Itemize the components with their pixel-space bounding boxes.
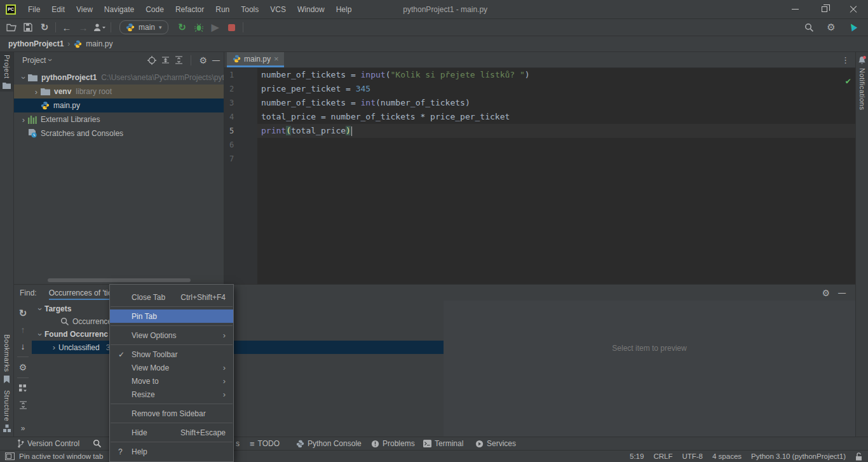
stripe-button-project[interactable]: Project: [0, 52, 13, 92]
profiler-button[interactable]: ▶: [207, 20, 224, 35]
debug-button[interactable]: [191, 20, 207, 35]
menu-code[interactable]: Code: [140, 0, 170, 19]
user-profile-button[interactable]: [92, 20, 108, 35]
tree-row-project-root[interactable]: › pythonProject1 C:\Users\aneta\PycharmP…: [14, 71, 224, 85]
menu-item-help[interactable]: ? Help: [110, 445, 233, 458]
find-settings-button[interactable]: ⚙: [14, 359, 32, 376]
chevron-collapsed-icon[interactable]: ›: [50, 343, 58, 351]
menu-item-show-toolbar[interactable]: ✓ Show Toolbar: [110, 348, 233, 361]
menu-item-pin-tab[interactable]: Pin Tab: [110, 309, 233, 323]
run-button[interactable]: ↻: [174, 20, 191, 35]
tab-main-py[interactable]: main.py ×: [227, 52, 284, 67]
gear-icon[interactable]: ⚙: [199, 55, 207, 65]
toolwindow-button-terminal[interactable]: Terminal: [423, 437, 463, 450]
ide-update-button[interactable]: [845, 20, 862, 35]
expand-collapse-button[interactable]: [14, 397, 32, 413]
menu-item-move-to[interactable]: Move to ›: [110, 374, 233, 388]
tree-row-venv[interactable]: › venv library root: [14, 85, 224, 99]
caret-position[interactable]: 5:19: [630, 452, 644, 460]
chevron-expanded-icon[interactable]: ›: [36, 304, 44, 313]
breadcrumb-file[interactable]: main.py: [86, 39, 112, 48]
project-panel-title[interactable]: Project: [22, 56, 46, 65]
save-button[interactable]: [20, 20, 36, 35]
expand-all-icon[interactable]: [161, 56, 170, 64]
menu-item-view-mode[interactable]: View Mode ›: [110, 361, 233, 374]
tree-row-scratches[interactable]: › Scratches and Consoles: [14, 126, 224, 140]
chevron-collapsed-icon[interactable]: ›: [32, 88, 41, 96]
open-button[interactable]: [3, 20, 20, 35]
editor-options-icon[interactable]: ⋮: [841, 55, 850, 65]
settings-button[interactable]: ⚙: [823, 20, 839, 35]
toolwindow-button-services[interactable]: Services: [475, 437, 516, 450]
menu-refactor[interactable]: Refactor: [170, 0, 210, 19]
menu-vcs[interactable]: VCS: [264, 0, 292, 19]
chevron-expanded-icon[interactable]: ›: [36, 330, 44, 339]
chevron-expanded-icon[interactable]: ›: [20, 73, 28, 82]
search-everywhere-button[interactable]: [801, 20, 817, 35]
rerun-search-button[interactable]: ↻: [14, 305, 32, 322]
toolwindow-button-todo[interactable]: ≡ TODO: [250, 437, 280, 450]
close-button[interactable]: [839, 0, 868, 19]
find-row-unclassified[interactable]: › Unclassified 3: [32, 341, 444, 354]
indent-setting[interactable]: 4 spaces: [712, 452, 742, 460]
menu-file[interactable]: File: [22, 0, 46, 19]
menu-edit[interactable]: Edit: [46, 0, 71, 19]
hide-panel-icon[interactable]: —: [838, 289, 846, 297]
stripe-button-notifications[interactable]: Notifications: [856, 53, 868, 112]
overflow-icon[interactable]: »: [21, 424, 25, 433]
previous-occurrence-button[interactable]: ↑: [14, 322, 32, 338]
horizontal-scrollbar[interactable]: [48, 278, 191, 282]
gear-icon[interactable]: ⚙: [822, 288, 830, 298]
menu-item-remove-from-sidebar[interactable]: Remove from Sidebar: [110, 407, 233, 420]
stripe-button-structure[interactable]: Structure: [0, 388, 13, 435]
locate-file-icon[interactable]: [147, 56, 156, 65]
editor-body[interactable]: 1 2 3 4 5 6 7 number_of_tickets = input(…: [224, 68, 855, 284]
menu-item-view-options[interactable]: View Options ›: [110, 329, 233, 342]
rerun-icon: ↻: [178, 22, 186, 33]
tree-row-external-libraries[interactable]: › External Libraries: [14, 112, 224, 126]
menu-item-hide[interactable]: Hide Shift+Escape: [110, 426, 233, 439]
forward-button[interactable]: →: [75, 20, 92, 35]
find-tab-occurrences[interactable]: Occurrences of 'tic: [49, 289, 112, 300]
toolwindow-button-find[interactable]: [93, 437, 102, 450]
breadcrumb-separator-icon: ›: [67, 39, 70, 48]
preview-placeholder: Select item to preview: [612, 344, 686, 353]
menu-run[interactable]: Run: [210, 0, 235, 19]
code-content[interactable]: number_of_tickets = input("Kolik si přej…: [257, 68, 855, 284]
toolwindow-button-problems[interactable]: Problems: [371, 437, 415, 450]
file-encoding[interactable]: UTF-8: [682, 452, 703, 460]
menu-tools[interactable]: Tools: [235, 0, 264, 19]
sync-button[interactable]: ↻: [36, 20, 53, 35]
run-configuration-select[interactable]: main ▾: [119, 20, 168, 34]
next-occurrence-button[interactable]: ↓: [14, 338, 32, 355]
chevron-collapsed-icon[interactable]: ›: [19, 116, 28, 124]
menu-help[interactable]: Help: [330, 0, 358, 19]
collapse-all-icon[interactable]: [175, 56, 183, 64]
find-row-found-occurrences[interactable]: › Found Occurrenc: [32, 328, 444, 341]
unlock-icon[interactable]: [855, 452, 862, 461]
tree-row-main-py[interactable]: main.py: [14, 99, 224, 112]
menu-window[interactable]: Window: [292, 0, 330, 19]
back-button[interactable]: ←: [58, 20, 75, 35]
toolwindow-button-python-console[interactable]: Python Console: [296, 437, 362, 450]
find-row-occurrence[interactable]: Occurrence: [32, 315, 444, 328]
hide-panel-icon[interactable]: —: [212, 56, 220, 65]
pin-window-icon: [5, 452, 15, 460]
stop-button[interactable]: [224, 20, 240, 35]
menu-item-close-tab[interactable]: Close Tab Ctrl+Shift+F4: [110, 290, 233, 304]
minimize-button[interactable]: [780, 0, 810, 19]
menu-view[interactable]: View: [71, 0, 98, 19]
group-by-button[interactable]: [14, 380, 32, 397]
find-row-targets[interactable]: › Targets: [32, 302, 444, 315]
menu-navigate[interactable]: Navigate: [98, 0, 140, 19]
line-separator[interactable]: CRLF: [653, 452, 672, 460]
chevron-down-icon[interactable]: ›: [46, 58, 55, 61]
toolwindow-button-version-control[interactable]: Version Control: [17, 437, 79, 450]
stripe-button-bookmarks[interactable]: Bookmarks: [0, 332, 13, 386]
tab-close-icon[interactable]: ×: [274, 54, 279, 64]
breadcrumb-project[interactable]: pythonProject1: [8, 39, 64, 48]
menu-item-resize[interactable]: Resize ›: [110, 388, 233, 401]
interpreter[interactable]: Python 3.10 (pythonProject1): [751, 452, 846, 460]
restore-button[interactable]: [810, 0, 839, 19]
inspection-ok-icon[interactable]: ✔: [846, 76, 851, 86]
